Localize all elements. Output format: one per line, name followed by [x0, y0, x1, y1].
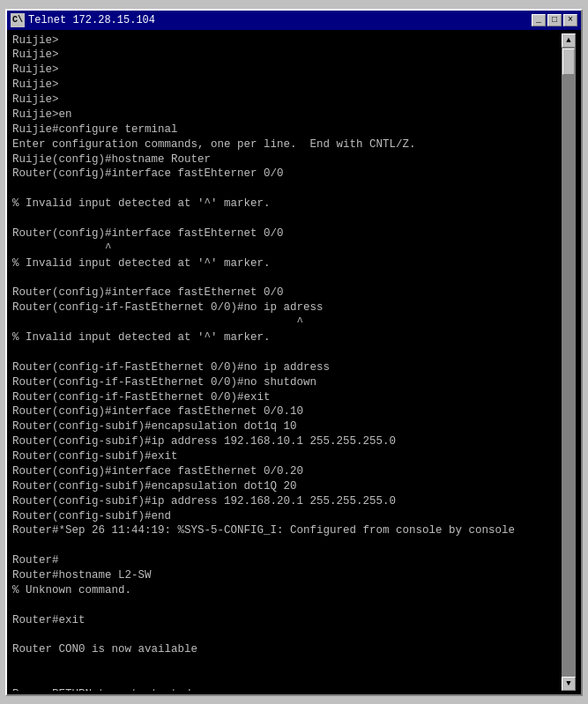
window-title: Telnet 172.28.15.104 [28, 14, 155, 26]
title-bar: C\ Telnet 172.28.15.104 _ □ × [7, 11, 581, 30]
title-bar-left: C\ Telnet 172.28.15.104 [11, 13, 155, 27]
window-icon: C\ [11, 13, 25, 27]
close-button[interactable]: × [563, 14, 577, 26]
scroll-track[interactable] [562, 48, 576, 677]
scroll-thumb[interactable] [562, 48, 575, 75]
maximize-button[interactable]: □ [547, 14, 562, 26]
minimize-button[interactable]: _ [532, 14, 546, 26]
scroll-down-button[interactable]: ▼ [562, 677, 576, 691]
telnet-window: C\ Telnet 172.28.15.104 _ □ × Ruijie> Ru… [5, 9, 583, 696]
terminal-content: Ruijie> Ruijie> Ruijie> Ruijie> Ruijie> … [12, 33, 562, 691]
title-buttons: _ □ × [532, 14, 577, 26]
terminal-area[interactable]: Ruijie> Ruijie> Ruijie> Ruijie> Ruijie> … [7, 30, 581, 694]
scrollbar[interactable]: ▲ ▼ [562, 33, 576, 691]
terminal-text: Ruijie> Ruijie> Ruijie> Ruijie> Ruijie> … [12, 33, 562, 691]
scroll-up-button[interactable]: ▲ [562, 33, 576, 48]
